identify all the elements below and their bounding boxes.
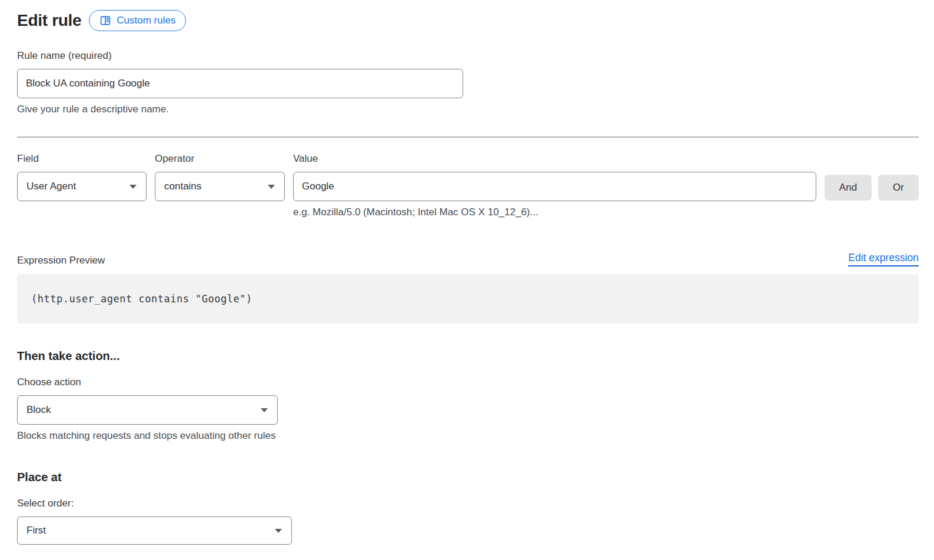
section-divider bbox=[17, 136, 919, 138]
choose-action-label: Choose action bbox=[17, 376, 919, 388]
operator-label: Operator bbox=[155, 153, 285, 165]
expression-code-text: (http.user_agent contains "Google") bbox=[31, 293, 252, 305]
field-select-value: User Agent bbox=[26, 181, 76, 192]
action-select-value: Block bbox=[26, 404, 51, 416]
order-select-value: First bbox=[26, 525, 46, 536]
action-heading: Then take action... bbox=[17, 349, 919, 363]
operator-select-value: contains bbox=[164, 181, 201, 192]
action-section: Then take action... Choose action Block … bbox=[17, 349, 919, 442]
expression-code-block: (http.user_agent contains "Google") bbox=[17, 274, 919, 324]
edit-expression-link[interactable]: Edit expression bbox=[848, 252, 919, 266]
chevron-down-icon bbox=[129, 185, 137, 189]
or-button[interactable]: Or bbox=[878, 175, 919, 201]
expression-preview-header: Expression Preview Edit expression bbox=[17, 252, 919, 266]
order-select-wrap: First bbox=[17, 516, 292, 545]
action-select-wrap: Block bbox=[17, 395, 278, 425]
page-header: Edit rule Custom rules bbox=[17, 9, 919, 32]
rule-name-label: Rule name (required) bbox=[17, 50, 919, 62]
value-label: Value bbox=[293, 153, 816, 165]
order-select[interactable]: First bbox=[17, 516, 292, 545]
open-book-icon bbox=[99, 15, 111, 26]
and-button[interactable]: And bbox=[825, 175, 872, 201]
custom-rules-docs-button[interactable]: Custom rules bbox=[89, 10, 186, 31]
select-order-label: Select order: bbox=[17, 498, 919, 509]
field-select[interactable]: User Agent bbox=[17, 172, 147, 201]
condition-row: Field User Agent Operator contains Value… bbox=[17, 153, 919, 218]
action-select[interactable]: Block bbox=[17, 395, 278, 425]
field-column: Field User Agent bbox=[17, 153, 147, 201]
rule-name-input[interactable] bbox=[17, 69, 463, 98]
value-input[interactable] bbox=[293, 172, 816, 201]
placement-section: Place at Select order: First bbox=[17, 471, 919, 545]
rule-name-helper: Give your rule a descriptive name. bbox=[17, 104, 919, 115]
custom-rules-docs-label: Custom rules bbox=[117, 15, 175, 26]
action-helper: Blocks matching requests and stops evalu… bbox=[17, 430, 919, 442]
operator-column: Operator contains bbox=[155, 153, 285, 201]
value-helper: e.g. Mozilla/5.0 (Macintosh; Intel Mac O… bbox=[293, 206, 816, 218]
chevron-down-icon bbox=[268, 185, 275, 189]
expression-preview-label: Expression Preview bbox=[17, 255, 105, 266]
logic-buttons: And Or bbox=[825, 175, 919, 201]
place-at-heading: Place at bbox=[17, 471, 919, 484]
value-column: Value e.g. Mozilla/5.0 (Macintosh; Intel… bbox=[293, 153, 816, 218]
edit-rule-page: Edit rule Custom rules Rule name (requir… bbox=[0, 0, 934, 545]
operator-select[interactable]: contains bbox=[155, 172, 285, 201]
rule-name-section: Rule name (required) Give your rule a de… bbox=[17, 50, 919, 115]
chevron-down-icon bbox=[275, 529, 282, 533]
rule-name-input-wrap bbox=[17, 69, 463, 98]
page-title: Edit rule bbox=[17, 11, 81, 30]
chevron-down-icon bbox=[261, 408, 268, 412]
field-label: Field bbox=[17, 153, 147, 165]
expression-preview-section: Expression Preview Edit expression (http… bbox=[17, 252, 919, 324]
